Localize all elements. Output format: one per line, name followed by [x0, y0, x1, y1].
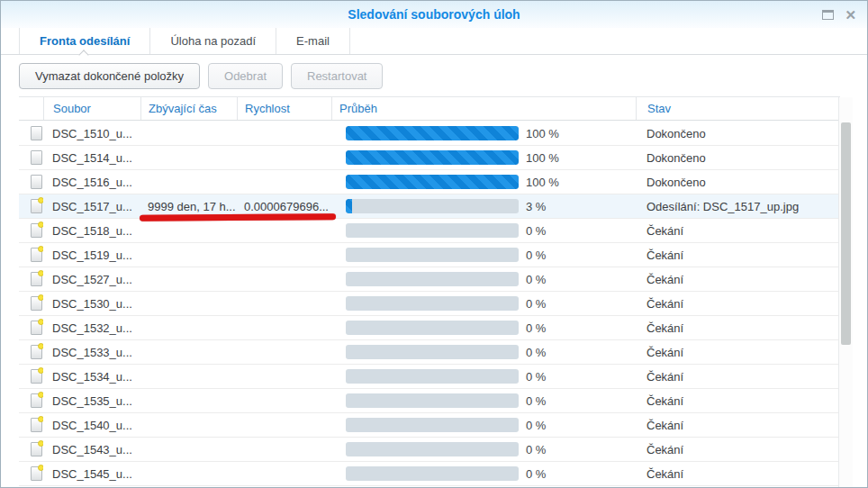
file-icon [31, 248, 42, 262]
progress-bar [346, 296, 519, 311]
table-row[interactable]: DSC_1510_u... 100 % Dokončeno [19, 122, 840, 146]
pending-dot-icon [38, 246, 43, 252]
remaining-time [140, 146, 237, 169]
column-header-remaining-time[interactable]: Zbývající čas [140, 97, 237, 120]
progress-percent: 0 % [526, 273, 546, 286]
file-icon [31, 466, 42, 481]
titlebar: Sledování souborových úloh ✕ [1, 1, 867, 28]
pending-dot-icon [38, 367, 43, 374]
toolbar: Vymazat dokončené položky Odebrat Restar… [19, 55, 849, 96]
transfer-speed [237, 219, 331, 242]
progress-percent: 0 % [526, 224, 546, 238]
remove-button[interactable]: Odebrat [208, 63, 283, 89]
remaining-time [140, 413, 237, 437]
progress-percent: 100 % [526, 127, 559, 140]
window-controls: ✕ [822, 1, 856, 28]
progress-percent: 0 % [526, 249, 546, 262]
progress-percent: 0 % [526, 321, 546, 335]
progress-bar [346, 150, 519, 165]
file-name: DSC_1530_u... [43, 292, 140, 315]
tab-email[interactable]: E-mail [276, 28, 350, 54]
file-name: DSC_1533_u... [43, 340, 140, 364]
table-row[interactable]: DSC_1535_u... 0 % Čekání [19, 389, 840, 413]
progress-bar [346, 175, 519, 189]
table-row[interactable]: DSC_1518_u... 0 % Čekání [19, 219, 840, 243]
pending-dot-icon [38, 319, 43, 325]
progress-percent: 0 % [526, 419, 546, 432]
file-name: DSC_1518_u... [43, 219, 140, 242]
pending-dot-icon [38, 294, 43, 301]
remaining-time [140, 462, 237, 485]
transfer-speed [237, 438, 331, 461]
tab-background-task[interactable]: Úloha na pozadí [149, 28, 276, 54]
pending-dot-icon [38, 392, 43, 398]
file-icon [31, 393, 42, 408]
vertical-scrollbar[interactable] [838, 97, 853, 487]
progress-bar [346, 248, 519, 262]
remaining-time [140, 219, 237, 242]
table-row[interactable]: DSC_1545_u... 0 % Čekání [19, 462, 840, 486]
file-task-monitor-window: Sledování souborových úloh ✕ Fronta odes… [0, 0, 868, 488]
table-row[interactable]: DSC_1519_u... 0 % Čekání [19, 243, 840, 267]
table-row[interactable]: DSC_1543_u... 0 % Čekání [19, 438, 840, 462]
table-row[interactable]: DSC_1514_u... 100 % Dokončeno [19, 146, 840, 170]
file-icon [31, 296, 42, 311]
task-list: DSC_1510_u... 100 % Dokončeno DSC_1514_u… [19, 122, 840, 486]
progress-bar [346, 369, 519, 384]
progress-bar [346, 199, 519, 213]
file-name: DSC_1535_u... [43, 389, 140, 412]
window-title: Sledování souborových úloh [348, 7, 520, 22]
transfer-speed [237, 462, 331, 485]
file-name: DSC_1543_u... [43, 438, 140, 461]
clear-completed-button[interactable]: Vymazat dokončené položky [19, 63, 200, 89]
task-status: Čekání [636, 219, 840, 242]
progress-percent: 0 % [526, 370, 546, 384]
progress-percent: 0 % [526, 467, 546, 481]
pending-dot-icon [38, 270, 43, 276]
remaining-time [140, 267, 237, 291]
column-header-progress[interactable]: Průběh [331, 97, 636, 120]
file-name: DSC_1532_u... [43, 316, 140, 339]
remaining-time [140, 292, 237, 315]
transfer-speed [237, 243, 331, 267]
remaining-time [140, 243, 237, 267]
table-row[interactable]: DSC_1530_u... 0 % Čekání [19, 292, 840, 316]
task-status: Dokončeno [636, 122, 840, 145]
file-icon [31, 272, 42, 286]
pending-dot-icon [38, 440, 43, 447]
task-status: Čekání [636, 340, 840, 364]
file-name: DSC_1514_u... [43, 146, 140, 169]
progress-bar [346, 223, 519, 238]
table-row[interactable]: DSC_1540_u... 0 % Čekání [19, 413, 840, 438]
table-row[interactable]: DSC_1516_u... 100 % Dokončeno [19, 170, 840, 194]
column-header-file[interactable]: Soubor [43, 97, 140, 120]
close-icon[interactable]: ✕ [845, 8, 856, 22]
progress-bar-fill [346, 175, 519, 189]
table-row[interactable]: DSC_1533_u... 0 % Čekání [19, 340, 840, 365]
file-name: DSC_1545_u... [43, 462, 140, 485]
column-header-speed[interactable]: Rychlost [237, 97, 331, 120]
progress-percent: 0 % [526, 394, 546, 408]
progress-percent: 0 % [526, 346, 546, 359]
file-name: DSC_1510_u... [43, 122, 140, 145]
table-row[interactable]: DSC_1532_u... 0 % Čekání [19, 316, 840, 340]
progress-bar [346, 345, 519, 359]
table-row[interactable]: DSC_1527_u... 0 % Čekání [19, 267, 840, 292]
transfer-speed [237, 122, 331, 145]
table-row[interactable]: DSC_1534_u... 0 % Čekání [19, 365, 840, 389]
task-status: Čekání [636, 267, 840, 291]
progress-percent: 0 % [526, 443, 546, 456]
column-header-status[interactable]: Stav [636, 97, 840, 120]
remaining-time [140, 438, 237, 461]
pending-dot-icon [38, 221, 43, 228]
tab-upload-queue[interactable]: Fronta odesílání [19, 28, 149, 54]
restart-button[interactable]: Restartovat [291, 63, 383, 89]
file-name: DSC_1517_u... [43, 194, 140, 218]
progress-bar [346, 418, 519, 432]
progress-percent: 100 % [526, 176, 559, 189]
file-name: DSC_1516_u... [43, 170, 140, 194]
progress-bar [346, 466, 519, 481]
task-status: Dokončeno [636, 146, 840, 169]
scrollbar-thumb[interactable] [841, 122, 851, 345]
maximize-icon[interactable] [822, 10, 834, 20]
